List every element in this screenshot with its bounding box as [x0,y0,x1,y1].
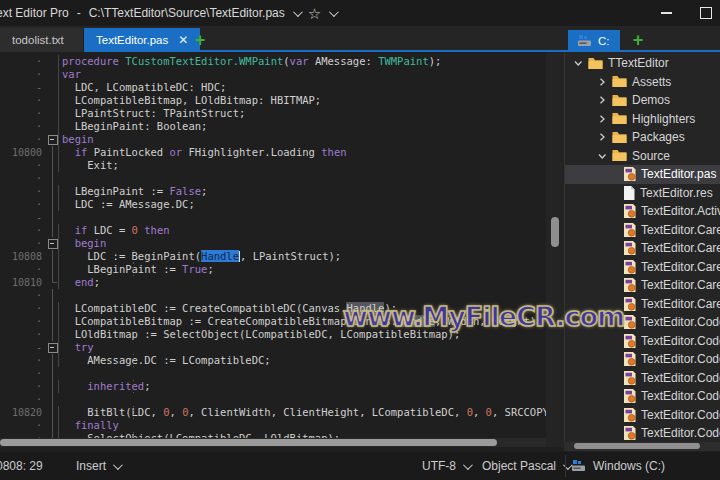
code-text: try [58,341,546,354]
fold-column [42,302,58,315]
editor-horizontal-scrollbar[interactable] [0,438,546,447]
tree-item-texteditor-code[interactable]: TextEditor.Code [565,369,720,388]
maximize-button[interactable] [700,7,712,19]
line-number: · [0,172,42,185]
chevron-down-icon[interactable] [597,151,607,161]
minimize-button[interactable] [661,12,672,14]
close-tab-icon[interactable]: ✕ [178,33,188,47]
language-dropdown[interactable]: Object Pascal [482,452,570,480]
scrollbar-thumb[interactable] [551,217,559,247]
code-line[interactable]: - LDC, LCompatibleDC: HDC; [0,81,546,94]
code-line[interactable]: · LBeginPaint: Boolean; [0,120,546,133]
explorer-horizontal-scrollbar[interactable] [564,442,720,451]
code-line[interactable]: · LPaintStruct: TPaintStruct; [0,107,546,120]
line-number: 10800 [0,146,42,159]
new-document-button[interactable]: + [188,28,212,52]
tree-item-packages[interactable]: Packages [565,128,720,147]
new-explorer-tab-button[interactable]: + [626,28,650,52]
tree-item-texteditor-care[interactable]: TextEditor.Care [565,295,720,314]
code-line[interactable]: · [0,172,546,185]
code-line[interactable]: · LCompatibleBitmap := CreateCompatibleB… [0,315,546,328]
tree-item-texteditor-code[interactable]: TextEditor.Code [565,350,720,369]
code-line[interactable]: ·begin [0,133,546,146]
code-line[interactable]: · inherited; [0,380,546,393]
code-line[interactable]: · LBeginPaint := False; [0,185,546,198]
code-line[interactable]: · AMessage.DC := LCompatibleDC; [0,354,546,367]
code-text: LOldBitmap := SelectObject(LCompatibleDC… [58,328,546,341]
code-line[interactable]: · LCompatibleBitmap, LOldBitmap: HBITMAP… [0,94,546,107]
tree-item-texteditor-care[interactable]: TextEditor.Care [565,221,720,240]
folder-icon [588,57,603,70]
code-text: LBeginPaint := True; [58,263,546,276]
pascal-file-icon [623,167,636,181]
tree-item-label: TextEditor.Care [641,297,720,311]
chevron-right-icon[interactable] [597,132,607,142]
code-line[interactable]: · if LDC = 0 then [0,224,546,237]
insert-mode-dropdown[interactable]: Insert [76,452,120,480]
fold-column [42,198,58,211]
fold-toggle-icon[interactable] [42,341,58,354]
code-line[interactable]: · LDC := AMessage.DC; [0,198,546,211]
code-line[interactable]: - [0,211,546,224]
tab-texteditor-pas[interactable]: TextEditor.pas ✕ [84,28,200,52]
code-line[interactable]: · [0,393,546,406]
code-line[interactable]: 10808 LDC := BeginPaint(Handle, LPaintSt… [0,250,546,263]
code-line[interactable]: ·procedure TCustomTextEditor.WMPaint(var… [0,55,546,68]
code-line[interactable]: - try [0,341,546,354]
code-line[interactable]: 10810 end; [0,276,546,289]
favorite-star-icon[interactable]: ☆ [308,6,321,21]
fold-column [42,107,58,120]
code-line[interactable]: 10820 BitBlt(LDC, 0, 0, ClientWidth, Cli… [0,406,546,419]
code-editor[interactable]: ·procedure TCustomTextEditor.WMPaint(var… [0,52,546,447]
code-line[interactable]: · [0,289,546,302]
resource-file-icon [623,186,635,200]
code-line[interactable]: 10800 if PaintLocked or FHighlighter.Loa… [0,146,546,159]
tree-item-texteditor-activ[interactable]: TextEditor.Activ [565,202,720,221]
scrollbar-thumb[interactable] [574,443,700,449]
recent-files-chevron-icon[interactable] [293,10,300,17]
tree-item-source[interactable]: Source [565,147,720,166]
code-line[interactable]: · finally [0,419,546,432]
code-line[interactable]: ·var [0,68,546,81]
code-line[interactable]: · LOldBitmap := SelectObject(LCompatible… [0,328,546,341]
code-line[interactable]: · [0,367,546,380]
tree-item-highlighters[interactable]: Highlighters [565,110,720,129]
encoding-dropdown[interactable]: UTF-8 [422,452,470,480]
indent-guide [133,263,134,276]
drive-indicator[interactable]: Windows (C:) [572,452,665,480]
tree-item-texteditor-code[interactable]: TextEditor.Code [565,332,720,351]
fold-toggle-icon[interactable] [42,133,58,146]
tree-item-assetts[interactable]: Assetts [565,73,720,92]
chevron-right-icon[interactable] [597,95,607,105]
tab-todolist[interactable]: todolist.txt [0,28,84,52]
explorer-drive-tab[interactable]: C: [568,30,620,52]
code-line[interactable]: · LCompatibleDC := CreateCompatibleDC(Ca… [0,302,546,315]
tree-item-texteditor-code[interactable]: TextEditor.Code [565,313,720,332]
chevron-right-icon[interactable] [597,77,607,87]
tree-item-demos[interactable]: Demos [565,91,720,110]
tree-item-ttexteditor[interactable]: TTextEditor [565,54,720,73]
pascal-file-icon [623,297,636,311]
line-number: - [0,211,42,224]
editor-vertical-scrollbar[interactable] [546,52,564,447]
favorites-chevron-icon[interactable] [329,10,336,17]
code-line[interactable]: · Exit; [0,159,546,172]
tree-item-texteditor-care[interactable]: TextEditor.Care [565,239,720,258]
code-line[interactable]: · LBeginPaint := True; [0,263,546,276]
tree-item-texteditor-code[interactable]: TextEditor.Code [565,387,720,406]
scrollbar-thumb[interactable] [0,439,497,446]
tree-item-texteditor-code[interactable]: TextEditor.Code [565,424,720,442]
tree-item-texteditor-res[interactable]: TextEditor.res [565,184,720,203]
tree-item-texteditor-care[interactable]: TextEditor.Care [565,258,720,277]
tree-item-texteditor-care[interactable]: TextEditor.Care [565,276,720,295]
fold-column [42,224,58,237]
code-line[interactable]: · begin [0,237,546,250]
chevron-right-icon[interactable] [597,114,607,124]
chevron-down-icon[interactable] [573,58,583,68]
tree-item-texteditor-code[interactable]: TextEditor.Code [565,406,720,425]
pascal-file-icon [623,371,636,385]
code-text: procedure TCustomTextEditor.WMPaint(var … [58,55,546,68]
tree-item-texteditor-pas[interactable]: TextEditor.pas [565,165,720,184]
fold-toggle-icon[interactable] [42,237,58,250]
line-number: · [0,107,42,120]
